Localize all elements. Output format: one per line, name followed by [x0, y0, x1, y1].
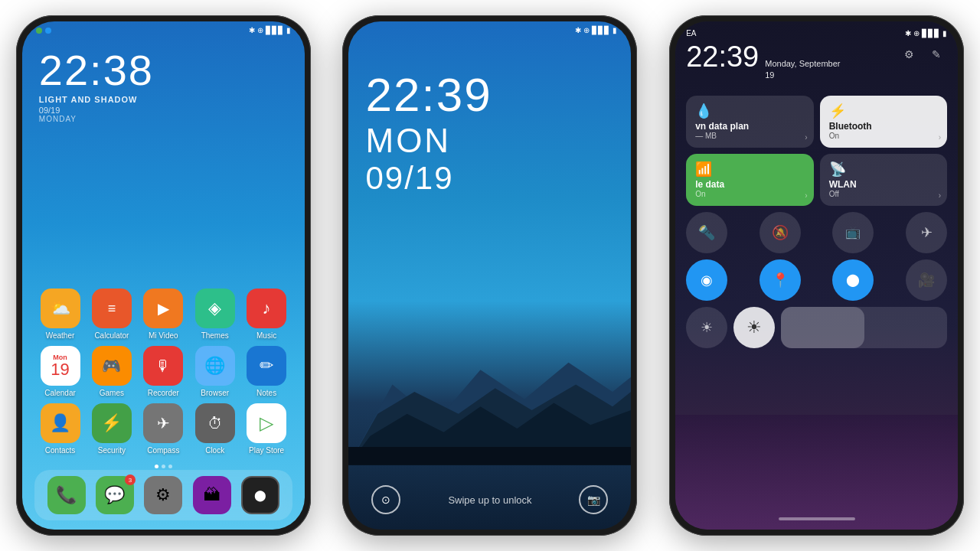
cc-wifi-icon: ⊕ [913, 29, 920, 37]
cc-tile3-expand: › [805, 191, 807, 200]
cc-toggle-flashlight[interactable]: 🔦 [686, 212, 727, 253]
cc-toggle-screen[interactable]: 📺 [832, 212, 874, 253]
app-notes[interactable]: ✏ Notes [243, 346, 289, 397]
cc-tile-dataplan-sub: — MB [695, 132, 805, 140]
app-themes[interactable]: ◈ Themes [192, 289, 238, 340]
clock-icon-bg: ⏱ [195, 403, 235, 443]
cc-status-icons: ✱ ⊕ ▊▊▊ ▮ [905, 29, 947, 37]
games-icon-bg: 🎮 [92, 346, 132, 386]
app-contacts[interactable]: 👤 Contacts [38, 403, 83, 455]
cc-tile-dataplan[interactable]: 💧 vn data plan — MB › [686, 96, 814, 148]
airplane-toggle-icon: ✈ [921, 224, 933, 241]
weather-icon-bg: ⛅ [41, 289, 80, 328]
app-playstore[interactable]: ▷ Play Store [243, 403, 289, 455]
music-icon-bg: ♪ [247, 289, 286, 328]
cc-tile-wlan[interactable]: 📡 WLAN Off › [820, 154, 948, 206]
cc-brightness-high[interactable]: ☀ [733, 307, 775, 348]
cc-bluetooth-icon: ⚡ [829, 103, 939, 119]
app-compass[interactable]: ✈ Compass [140, 403, 186, 455]
cc-toggle-airplane[interactable]: ✈ [906, 212, 947, 253]
calculator-label: Calculator [94, 331, 129, 340]
contacts-label: Contacts [45, 446, 75, 455]
cc-toggle-video[interactable]: 🎥 [906, 259, 947, 301]
battery-icon: ▮ [286, 26, 291, 34]
app-recorder[interactable]: 🎙 Recorder [140, 346, 186, 397]
bt-icon: ✱ [249, 26, 255, 34]
cc-toggle-location[interactable]: 📍 [760, 259, 801, 301]
cc-settings-icon[interactable]: ⚙ [898, 44, 920, 65]
camera-icon: 📷 [587, 494, 600, 506]
notes-label: Notes [256, 389, 276, 397]
cc-clock: 22:39 [686, 41, 759, 73]
app-mivideo[interactable]: ▶ Mi Video [140, 289, 186, 340]
playstore-icon-bg: ▷ [247, 403, 286, 443]
app-row-1: ⛅ Weather ≡ Calculator ▶ Mi Video ◈ Them… [34, 289, 292, 340]
cc-brightness-slider[interactable] [781, 307, 947, 348]
cc-status-bar: EA ✱ ⊕ ▊▊▊ ▮ [686, 29, 947, 37]
nfc-toggle-icon: ⬤ [846, 272, 860, 287]
app-row-2: Mon 19 Calendar 🎮 Games 🎙 Recorder 🌐 Bro… [34, 346, 292, 397]
signal-bars2: ▊▊▊ [592, 26, 610, 34]
status-dot-green [36, 28, 42, 34]
recorder-label: Recorder [148, 389, 179, 397]
date-display: 09/19 [39, 106, 154, 115]
app-row-3: 👤 Contacts ⚡ Security ✈ Compass ⏱ Clock … [34, 403, 292, 455]
lock-date: 09/19 [365, 160, 492, 197]
mivideo-icon-bg: ▶ [143, 289, 183, 328]
cc-time-display: 22:39 Monday, September 19 [686, 41, 840, 82]
mute-toggle-icon: 🔕 [772, 224, 789, 241]
cc-data-icon: 💧 [695, 103, 805, 119]
camera-button[interactable]: 📷 [579, 485, 608, 514]
cc-time-header: 22:39 Monday, September 19 ⚙ ✎ [686, 41, 947, 90]
app-security[interactable]: ⚡ Security [89, 403, 135, 455]
dock-gallery[interactable]: 🏔 [193, 476, 231, 514]
dock-settings[interactable]: ⚙ [144, 476, 182, 514]
app-games[interactable]: 🎮 Games [89, 346, 135, 397]
dock-messages[interactable]: 💬 3 [96, 476, 134, 514]
dock-camera[interactable]: ⬤ [241, 476, 279, 514]
time-widget: 22:38 LIGHT AND SHADOW 09/19 MONDAY [39, 49, 154, 123]
app-weather[interactable]: ⛅ Weather [38, 289, 83, 340]
page-dot-2 [162, 465, 165, 468]
cc-tile-bluetooth[interactable]: ⚡ Bluetooth On › [820, 96, 948, 148]
cc-mobiledata-icon: 📶 [695, 161, 805, 178]
cc-battery: ▮ [942, 29, 947, 37]
day-display: MONDAY [39, 115, 154, 123]
cc-toggle-reader[interactable]: ◉ [686, 259, 727, 301]
themes-label: Themes [201, 331, 229, 340]
app-clock[interactable]: ⏱ Clock [192, 403, 238, 455]
cc-brightness-row: ☀ ☀ [686, 307, 947, 348]
lock-day: MON [365, 122, 492, 160]
cc-bt-icon: ✱ [905, 29, 911, 37]
cc-toggle-nfc[interactable]: ⬤ [832, 259, 874, 301]
page-dot-1 [155, 465, 158, 468]
app-music[interactable]: ♪ Music [243, 289, 289, 340]
cc-brightness-low[interactable]: ☀ [686, 307, 727, 348]
cc-date-num: 19 [765, 70, 840, 81]
flashlight-button[interactable]: ⊙ [371, 485, 400, 514]
cc-toggle-mute[interactable]: 🔕 [760, 212, 801, 253]
page-dot-3 [168, 465, 172, 468]
browser-icon-bg: 🌐 [195, 346, 235, 386]
status-bar-phone2: ✱ ⊕ ▊▊▊ ▮ [348, 21, 631, 34]
cc-tile-mobiledata[interactable]: 📶 le data On › [686, 154, 814, 206]
dock-phone[interactable]: 📞 [47, 476, 86, 514]
cc-slider-fill [781, 307, 864, 348]
phone2-lockscreen: ✱ ⊕ ▊▊▊ ▮ 22:39 MON 09/19 [342, 15, 637, 536]
status-icons-phone2: ✱ ⊕ ▊▊▊ ▮ [575, 26, 617, 34]
cc-edit-icon[interactable]: ✎ [926, 44, 947, 65]
calculator-icon-bg: ≡ [92, 289, 132, 328]
cc-carrier: EA [686, 29, 696, 37]
compass-icon-bg: ✈ [143, 403, 183, 443]
lock-hour-min: 22:39 [365, 67, 492, 122]
app-browser[interactable]: 🌐 Browser [192, 346, 238, 397]
clock-display: 22:38 [39, 49, 154, 92]
app-calendar[interactable]: Mon 19 Calendar [38, 346, 83, 397]
cc-tile1-expand: › [805, 133, 807, 142]
weather-label: Weather [46, 331, 75, 340]
cc-date-info: Monday, September 19 [765, 58, 840, 82]
location-toggle-icon: 📍 [772, 272, 789, 289]
clock-label: Clock [205, 446, 224, 455]
app-calculator[interactable]: ≡ Calculator [89, 289, 135, 340]
brightness-high-icon: ☀ [746, 318, 762, 337]
